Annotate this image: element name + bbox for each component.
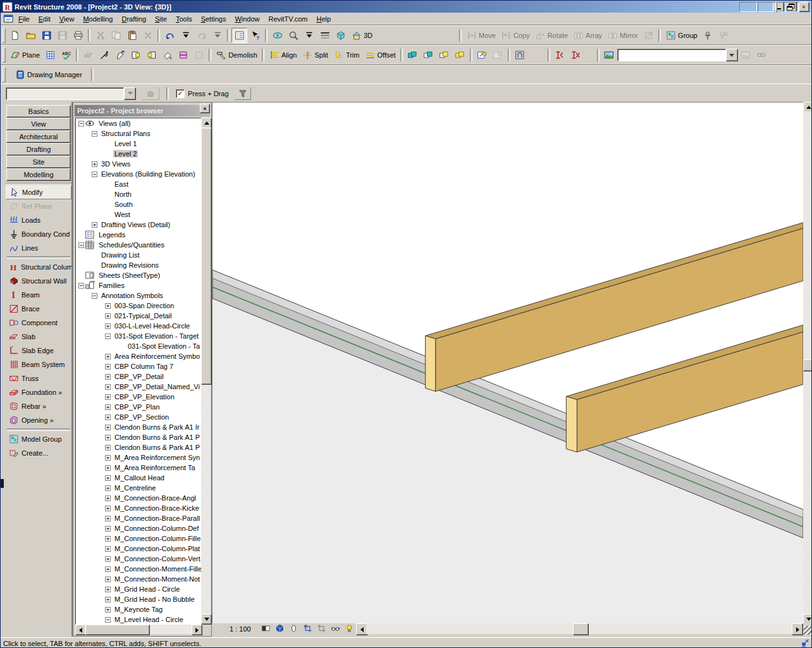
tree-row[interactable]: Drawing List	[76, 250, 202, 260]
tree-row[interactable]: +Area Reinforcement Symbo	[76, 351, 202, 361]
menu-drafting[interactable]: Drafting	[117, 14, 151, 24]
redo-dropdown[interactable]	[209, 28, 225, 43]
tree-row[interactable]: +M_Connection-Moment-Not	[76, 574, 202, 584]
tree-expand-icon[interactable]: +	[92, 222, 97, 228]
tree-row[interactable]: +Clendon Burns & Park A1 P	[76, 432, 202, 442]
tree-scroll-right-icon[interactable]	[192, 625, 202, 635]
tree-row[interactable]: Drawing Revisions	[76, 260, 202, 270]
offset[interactable]: Offset	[362, 47, 398, 63]
tree-expand-icon[interactable]: −	[78, 242, 84, 248]
show-beam-connection[interactable]	[552, 47, 568, 63]
undo[interactable]	[162, 28, 178, 43]
design-tool-beam-system[interactable]: Beam System	[6, 358, 71, 371]
tree-expand-icon[interactable]: +	[92, 161, 97, 167]
tree-row[interactable]: +M_Connection-Brace-Kicke	[76, 503, 202, 513]
work-plane[interactable]: Plane	[7, 47, 42, 63]
tree-row[interactable]: Legends	[76, 230, 202, 240]
design-tool-create[interactable]: Create...	[6, 446, 71, 460]
tree-expand-icon[interactable]: −	[92, 171, 97, 177]
spelling[interactable]: ABC	[58, 47, 74, 63]
new-document[interactable]	[7, 28, 23, 43]
move[interactable]: Move	[464, 28, 498, 43]
tree-expand-icon[interactable]: −	[92, 293, 97, 299]
paste-aligned-2[interactable]	[421, 47, 436, 63]
split-face[interactable]	[175, 47, 191, 63]
canvas-vscroll-thumb[interactable]	[803, 359, 812, 371]
paint[interactable]	[159, 47, 175, 63]
menu-settings[interactable]: Settings	[197, 14, 231, 24]
tree-expand-icon[interactable]: −	[78, 283, 84, 289]
save-to-central[interactable]	[54, 28, 70, 43]
design-tool-model-group[interactable]: Model Group	[6, 432, 71, 446]
tree-expand-icon[interactable]: +	[105, 414, 111, 420]
edit-group[interactable]	[474, 47, 490, 63]
tree-row[interactable]: +M_Centreline	[76, 483, 202, 493]
tree-row[interactable]: −Schedules/Quantities	[76, 240, 202, 250]
tree-expand-icon[interactable]: −	[78, 121, 84, 127]
menu-modelling[interactable]: Modelling	[78, 14, 117, 24]
attach-detach[interactable]	[512, 47, 528, 63]
tree-row[interactable]: Level 2	[76, 149, 202, 159]
reveal-hidden-elements-icon[interactable]	[345, 623, 354, 635]
tree-row[interactable]: +M_Callout Head	[76, 473, 202, 483]
tree-expand-icon[interactable]: +	[105, 475, 111, 481]
paste-aligned-3[interactable]	[436, 47, 452, 63]
context-help[interactable]: ?	[247, 28, 263, 43]
tree-expand-icon[interactable]: +	[105, 445, 111, 451]
tab-modelling[interactable]: Modelling	[6, 168, 71, 181]
selection-filter-button[interactable]	[234, 87, 252, 101]
tree-row[interactable]: +CBP_VP_Plan	[76, 402, 202, 412]
crop-region-visible-icon[interactable]	[317, 623, 326, 635]
tree-hscroll-thumb[interactable]	[85, 625, 150, 635]
trim[interactable]: Trim	[331, 47, 362, 63]
menu-window[interactable]: Window	[230, 14, 264, 24]
rotate[interactable]: Rotate	[532, 28, 570, 43]
tree-row[interactable]: +030-L-Level Head-Circle	[76, 321, 202, 331]
type-combo[interactable]	[6, 87, 136, 100]
tree-row[interactable]: +M_Connection-Brace-Angl	[76, 493, 202, 503]
tree-row[interactable]: −Elevations (Building Elevation)	[76, 169, 202, 179]
tree-row[interactable]: −031-Spot Elevation - Target	[76, 331, 202, 341]
tree-row[interactable]: South	[76, 199, 202, 209]
tree-expand-icon[interactable]: +	[105, 587, 111, 592]
design-tool-opening[interactable]: Opening »	[6, 413, 71, 427]
tree-expand-icon[interactable]: −	[105, 333, 111, 339]
image-properties[interactable]	[738, 47, 754, 63]
save[interactable]	[39, 28, 54, 43]
tree-row[interactable]: −Families	[76, 280, 202, 290]
menu-file[interactable]: File	[14, 14, 34, 24]
design-tool-ref-plane[interactable]: Ref Plane	[6, 199, 71, 213]
tree-expand-icon[interactable]: +	[105, 435, 111, 440]
type-selector[interactable]	[617, 49, 738, 61]
tree-row[interactable]: −Views (all)	[76, 118, 202, 128]
tree-row[interactable]: +M_Grid Head - No Bubble	[76, 594, 202, 604]
tree-expand-icon[interactable]: +	[105, 576, 111, 582]
linework-right[interactable]	[144, 47, 159, 63]
press-drag-checkbox[interactable]: ✓	[176, 89, 185, 98]
tree-expand-icon[interactable]: +	[105, 384, 111, 390]
array[interactable]: Array	[570, 28, 605, 43]
undo-dropdown[interactable]	[178, 28, 194, 43]
menu-help[interactable]: Help	[312, 14, 336, 24]
toolbar-handle[interactable]	[3, 28, 6, 43]
design-tool-foundation[interactable]: Foundation »	[6, 385, 71, 399]
design-tool-slab-edge[interactable]: Slab Edge	[6, 344, 71, 358]
tree-row[interactable]: +M_Connection-Brace-Parall	[76, 513, 202, 523]
open[interactable]	[23, 28, 39, 43]
view-scale[interactable]: 1 : 100	[230, 625, 251, 633]
properties-button[interactable]	[141, 87, 160, 101]
remove-beam-connection[interactable]	[568, 47, 584, 63]
menu-revittv-com[interactable]: RevitTV.com	[264, 14, 312, 24]
cut[interactable]	[92, 28, 108, 43]
group[interactable]: Group	[663, 28, 700, 43]
advanced-model-graphics-icon[interactable]	[289, 623, 298, 635]
canvas-horizontal-scrollbar[interactable]	[356, 623, 803, 635]
menu-edit[interactable]: Edit	[34, 14, 55, 24]
tab-architectural[interactable]: Architectural	[6, 130, 71, 143]
tree-expand-icon[interactable]: +	[105, 313, 111, 319]
drawing-area[interactable]: 1 : 100	[212, 102, 812, 636]
drawing-manager-button[interactable]: Drawing Manager	[12, 67, 85, 82]
demolish[interactable]: Demolish	[213, 47, 260, 63]
zoom[interactable]	[285, 28, 301, 43]
tree-row[interactable]: +Clendon Burns & Park A1 P	[76, 442, 202, 452]
